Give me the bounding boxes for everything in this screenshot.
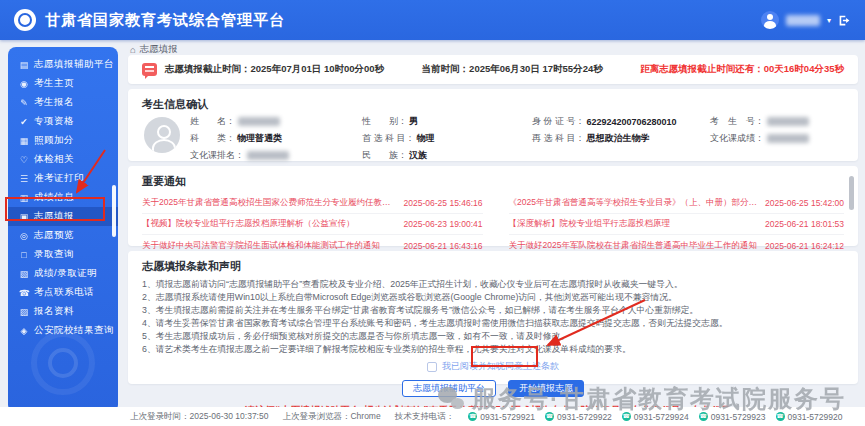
service-account-text: 服务号·甘肃省教育考试院服务号 <box>472 383 846 415</box>
current-time-label: 当前时间： <box>422 63 470 74</box>
last-browser-label: 上次登录浏览器： <box>282 411 350 421</box>
notices-title: 重要通知 <box>142 174 844 189</box>
logout-icon[interactable] <box>838 14 851 27</box>
important-notices-card: 重要通知 关于2025年甘肃省普通高校招生国家公费师范生分专业履约任教范围分配的… <box>128 166 858 246</box>
notice-link[interactable]: 关于2025年甘肃省普通高校招生国家公费师范生分专业履约任教范围分配的公告 <box>142 197 396 209</box>
notice-date: 2025-06-23 19:00:41 <box>404 219 483 229</box>
preview-icon: ◎ <box>19 231 29 241</box>
notice-bubble-icon <box>142 63 157 76</box>
candidate-avatar <box>144 117 180 153</box>
field-culture-rank: 文化课排名： <box>190 147 362 164</box>
app-title: 甘肃省国家教育考试综合管理平台 <box>45 11 285 30</box>
terms-item: 2、志愿填报系统请使用Win10以上系统自带Microsoft Edge浏览器或… <box>142 291 844 304</box>
last-login-time-label: 上次登录时间： <box>130 411 190 421</box>
sidebar-item-special-qualification[interactable]: ✔专项资格 <box>8 112 118 131</box>
home-icon: ◉ <box>19 79 29 89</box>
terms-title: 志愿填报条款和声明 <box>142 259 844 274</box>
platform-logo-icon <box>14 9 36 31</box>
list-icon: ▥ <box>19 193 29 203</box>
sidebar-item-score-admission-certificate[interactable]: ▧成绩/录取证明 <box>8 264 118 283</box>
notice-date: 2025-06-21 16:43:16 <box>404 241 483 251</box>
sidebar-item-exam-site-phone[interactable]: ☎考点联系电话 <box>8 283 118 302</box>
terms-item: 4、请考生妥善保管甘肃省国家教育考试综合管理平台系统账号和密码，考生志愿填报时需… <box>142 317 844 330</box>
agree-checkbox[interactable] <box>427 362 437 372</box>
field-name: 姓 名： <box>190 113 362 130</box>
field-candidate-number: 考 生 号： <box>710 113 809 130</box>
redacted-value <box>238 117 280 126</box>
notice-link[interactable]: 【深度解析】院校专业组平行志愿投档原理 <box>509 218 671 230</box>
redacted-value <box>767 134 809 143</box>
sidebar-item-registration[interactable]: ✎考生报名 <box>8 93 118 112</box>
assist-platform-icon: ▤ <box>19 60 29 70</box>
sidebar-item-bonus-care[interactable]: ▦照顾加分 <box>8 131 118 150</box>
notice-date: 2025-06-21 16:24:12 <box>765 241 844 251</box>
field-ethnicity: 民 族：汉族 <box>362 147 532 164</box>
last-browser: Chrome <box>350 411 380 421</box>
notice-link[interactable]: 关于做好中央司法警官学院招生面试体检和体能测试工作的通知 <box>142 240 380 252</box>
deadline-bar: 志愿填报截止时间：2025年07月01日 10时00分00秒 当前时间：2025… <box>128 55 858 84</box>
pencil-icon: ✎ <box>19 98 29 108</box>
heart-icon: ♡ <box>19 155 29 165</box>
user-avatar[interactable] <box>761 11 779 29</box>
terms-item: 3、考生填报志愿前需提前关注并在考生服务平台绑定“甘肃省教育考试院服务号”微信公… <box>142 304 844 317</box>
notices-scrollbar[interactable] <box>849 176 854 210</box>
notice-date: 2025-06-25 15:42:00 <box>765 198 844 208</box>
field-id-number: 身 份 证 号：622924200706280010 <box>532 113 710 130</box>
field-reselect-subject: 再 选 科 目：思想政治生物学 <box>532 130 710 147</box>
candidate-fields: 姓 名： 科 类：物理普通类 文化课排名： 性 别：男 首 选 科 目：物理 民… <box>190 113 809 164</box>
sidebar-item-registration-materials[interactable]: ▨报名资料 <box>8 302 118 321</box>
chevron-down-icon[interactable]: ▾ <box>827 16 831 25</box>
terms-item: 6、请艺术类考生在填报志愿之前一定要详细了解报考院校相应专业类别的招生章程，尤其… <box>142 343 844 356</box>
wechat-icon <box>438 387 464 411</box>
phone-icon: ☎ <box>19 288 29 298</box>
notice-row: 关于2025年甘肃省普通高校招生国家公费师范生分专业履约任教范围分配的公告202… <box>142 193 483 214</box>
home-icon: ⌂ <box>130 44 136 55</box>
sidebar-item-volunteer-filling[interactable]: ▣志愿填报 <box>8 207 118 226</box>
terms-item: 5、考生志愿填报成功后，务必仔细预览核对所提交的志愿是否与你所填志愿一致，如有不… <box>142 330 844 343</box>
notice-date: 2025-06-25 15:46:16 <box>404 198 483 208</box>
sidebar-item-admission-ticket-print[interactable]: ☰准考证打印 <box>8 169 118 188</box>
sidebar-item-medical-exam[interactable]: ♡体检相关 <box>8 150 118 169</box>
field-first-subject: 首 选 科 目：物理 <box>362 130 532 147</box>
sidebar: ▤志愿填报辅助平台 ◉考生主页 ✎考生报名 ✔专项资格 ▦照顾加分 ♡体检相关 … <box>8 47 118 413</box>
deadline-label: 志愿填报截止时间： <box>165 63 251 74</box>
notice-date: 2025-06-21 18:01:53 <box>765 219 844 229</box>
sidebar-item-candidate-home[interactable]: ◉考生主页 <box>8 74 118 93</box>
sidebar-watermark-logo <box>31 331 95 395</box>
service-account-watermark: 服务号·甘肃省教育考试院服务号 <box>438 383 846 415</box>
search-result-icon: ◈ <box>19 326 29 336</box>
terms-item: 1、填报志愿前请访问“志愿填报辅助平台”查看院校及专业介绍、2025年正式招生计… <box>142 278 844 291</box>
deadline-value: 2025年07月01日 10时00分00秒 <box>251 63 385 74</box>
notice-row: 【深度解析】院校专业组平行志愿投档原理2025-06-21 18:01:53 <box>509 214 844 235</box>
field-culture-score: 文化课成绩： <box>710 130 809 147</box>
certificate-icon: ▧ <box>19 269 29 279</box>
candidate-info-title: 考生信息确认 <box>142 97 844 112</box>
current-time-value: 2025年06月30日 17时55分24秒 <box>469 63 603 74</box>
field-category: 科 类：物理普通类 <box>190 130 362 147</box>
sidebar-item-assist-platform[interactable]: ▤志愿填报辅助平台 <box>8 55 118 74</box>
notice-link[interactable]: 《2025年甘肃省普通高等学校招生专业目录》（上、中册）部分内容调整说明 <box>509 197 758 209</box>
grid-icon: ▦ <box>19 136 29 146</box>
field-gender: 性 别：男 <box>362 113 532 130</box>
notice-link[interactable]: 关于做好2025年军队院校在甘肃省招生普通高中毕业生工作的通知 <box>509 240 757 252</box>
user-name-redacted <box>786 15 820 26</box>
check-icon: ✔ <box>19 117 29 127</box>
remaining-label: 距离志愿填报截止时间还有： <box>640 63 764 74</box>
sidebar-item-admission-query[interactable]: □录取查询 <box>8 245 118 264</box>
last-login-time: 2025-06-30 10:37:50 <box>190 411 269 421</box>
candidate-info-card: 考生信息确认 姓 名： 科 类：物理普通类 文化课排名： 性 别：男 首 选 科… <box>128 89 858 161</box>
sidebar-item-score-info[interactable]: ▥成绩信息 <box>8 188 118 207</box>
agree-label: 我已阅读并知晓同意上述条款 <box>442 360 559 373</box>
notice-link[interactable]: 【视频】院校专业组平行志愿投档原理解析（公益宣传） <box>142 218 355 230</box>
folder-icon: ▨ <box>19 307 29 317</box>
redacted-value <box>767 117 809 126</box>
sidebar-scrollbar[interactable] <box>112 185 116 237</box>
document-icon: □ <box>19 250 29 260</box>
sidebar-item-volunteer-preview[interactable]: ◎志愿预览 <box>8 226 118 245</box>
terms-card: 志愿填报条款和声明 1、填报志愿前请访问“志愿填报辅助平台”查看院校及专业介绍、… <box>128 251 858 384</box>
redacted-value <box>247 151 289 160</box>
printer-icon: ☰ <box>19 174 29 184</box>
form-icon: ▣ <box>19 212 29 222</box>
top-header: 甘肃省国家教育考试综合管理平台 ▾ <box>0 0 865 40</box>
app-window: 甘肃省国家教育考试综合管理平台 ▾ ▤志愿填报辅助平台 ◉考生主页 ✎考生报名 … <box>0 0 865 426</box>
